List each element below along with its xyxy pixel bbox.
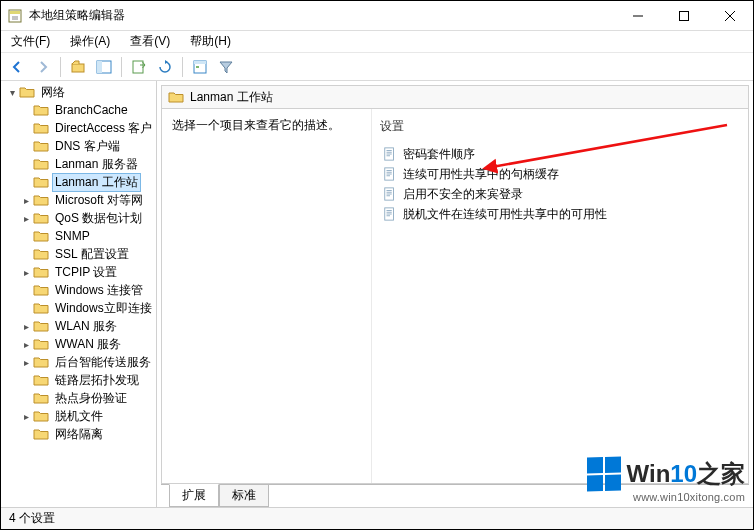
description-column: 选择一个项目来查看它的描述。 xyxy=(162,109,372,483)
folder-icon xyxy=(33,138,49,154)
tree-item[interactable]: ▸链路层拓扑发现 xyxy=(17,371,156,389)
svg-rect-9 xyxy=(196,66,199,68)
menu-view[interactable]: 查看(V) xyxy=(120,31,180,52)
setting-item[interactable]: 启用不安全的来宾登录 xyxy=(380,184,740,204)
collapse-icon[interactable]: ▾ xyxy=(5,85,19,99)
tree-item-label: Lanman 服务器 xyxy=(52,155,141,174)
tree-pane[interactable]: ▾ 网络 ▸BranchCache▸DirectAccess 客户▸DNS 客户… xyxy=(1,81,157,507)
description-text: 选择一个项目来查看它的描述。 xyxy=(172,118,340,132)
tree-item[interactable]: ▸WWAN 服务 xyxy=(17,335,156,353)
close-button[interactable] xyxy=(707,1,753,31)
properties-button[interactable] xyxy=(188,55,212,79)
expand-icon[interactable]: ▸ xyxy=(19,211,33,225)
tree-item[interactable]: ▸Microsoft 对等网 xyxy=(17,191,156,209)
tree-item[interactable]: ▸WLAN 服务 xyxy=(17,317,156,335)
nav-back-button[interactable] xyxy=(5,55,29,79)
tree-item[interactable]: ▸脱机文件 xyxy=(17,407,156,425)
menu-action[interactable]: 操作(A) xyxy=(60,31,120,52)
tree-item-label: SSL 配置设置 xyxy=(52,245,132,264)
setting-label: 连续可用性共享中的句柄缓存 xyxy=(403,166,559,183)
tree-item-label: 链路层拓扑发现 xyxy=(52,371,142,390)
tree-item[interactable]: ▸SSL 配置设置 xyxy=(17,245,156,263)
svg-rect-6 xyxy=(133,61,143,73)
tree-item-label: QoS 数据包计划 xyxy=(52,209,145,228)
expand-icon[interactable]: ▸ xyxy=(19,355,33,369)
tree-item-label: 脱机文件 xyxy=(52,407,106,426)
tree-root-network[interactable]: ▾ 网络 xyxy=(3,83,156,101)
expand-icon[interactable]: ▸ xyxy=(19,193,33,207)
tree-item[interactable]: ▸QoS 数据包计划 xyxy=(17,209,156,227)
setting-item[interactable]: 连续可用性共享中的句柄缓存 xyxy=(380,164,740,184)
toolbar-separator xyxy=(121,57,122,77)
toolbar xyxy=(1,53,753,81)
window-title: 本地组策略编辑器 xyxy=(29,7,125,24)
path-header: Lanman 工作站 xyxy=(161,85,749,109)
folder-icon xyxy=(33,426,49,442)
expand-icon[interactable]: ▸ xyxy=(19,265,33,279)
folder-icon xyxy=(33,192,49,208)
folder-icon xyxy=(33,408,49,424)
settings-column: 设置 密码套件顺序连续可用性共享中的句柄缓存启用不安全的来宾登录脱机文件在连续可… xyxy=(372,109,748,483)
tree-item-label: DNS 客户端 xyxy=(52,137,123,156)
expand-icon[interactable]: ▸ xyxy=(19,409,33,423)
tree-item-label: WLAN 服务 xyxy=(52,317,120,336)
menu-help[interactable]: 帮助(H) xyxy=(180,31,241,52)
tree-item[interactable]: ▸BranchCache xyxy=(17,101,156,119)
policy-icon xyxy=(382,166,398,182)
show-hide-tree-button[interactable] xyxy=(92,55,116,79)
tab-standard[interactable]: 标准 xyxy=(219,485,269,507)
content-tabs: 扩展 标准 xyxy=(157,485,753,507)
folder-icon xyxy=(19,84,35,100)
minimize-button[interactable] xyxy=(615,1,661,31)
setting-label: 脱机文件在连续可用性共享中的可用性 xyxy=(403,206,607,223)
folder-icon xyxy=(33,174,49,190)
tree-item[interactable]: ▸TCPIP 设置 xyxy=(17,263,156,281)
menu-file[interactable]: 文件(F) xyxy=(1,31,60,52)
svg-rect-3 xyxy=(72,64,84,72)
refresh-button[interactable] xyxy=(153,55,177,79)
tree-item[interactable]: ▸网络隔离 xyxy=(17,425,156,443)
folder-icon xyxy=(168,89,184,105)
tree-item[interactable]: ▸Windows立即连接 xyxy=(17,299,156,317)
folder-icon xyxy=(33,372,49,388)
tree-item[interactable]: ▸Lanman 服务器 xyxy=(17,155,156,173)
folder-icon xyxy=(33,228,49,244)
export-button[interactable] xyxy=(127,55,151,79)
svg-rect-1 xyxy=(10,11,20,14)
setting-label: 启用不安全的来宾登录 xyxy=(403,186,523,203)
tree-item-label: TCPIP 设置 xyxy=(52,263,120,282)
tree-item[interactable]: ▸DirectAccess 客户 xyxy=(17,119,156,137)
nav-forward-button[interactable] xyxy=(31,55,55,79)
setting-item[interactable]: 脱机文件在连续可用性共享中的可用性 xyxy=(380,204,740,224)
folder-icon xyxy=(33,300,49,316)
toolbar-separator xyxy=(60,57,61,77)
svg-rect-2 xyxy=(680,11,689,20)
expand-icon[interactable]: ▸ xyxy=(19,337,33,351)
tree-item[interactable]: ▸SNMP xyxy=(17,227,156,245)
tree-item-label: Lanman 工作站 xyxy=(52,173,141,192)
column-header-setting[interactable]: 设置 xyxy=(380,115,740,138)
tree-item[interactable]: ▸后台智能传送服务 xyxy=(17,353,156,371)
tree-item[interactable]: ▸Lanman 工作站 xyxy=(17,173,156,191)
statusbar: 4 个设置 xyxy=(1,507,753,529)
svg-rect-5 xyxy=(97,61,102,73)
filter-button[interactable] xyxy=(214,55,238,79)
expand-icon[interactable]: ▸ xyxy=(19,319,33,333)
tree-item-label: BranchCache xyxy=(52,102,131,118)
tab-extended[interactable]: 扩展 xyxy=(169,484,219,507)
status-text: 4 个设置 xyxy=(9,510,55,527)
tree-item[interactable]: ▸Windows 连接管 xyxy=(17,281,156,299)
titlebar: 本地组策略编辑器 xyxy=(1,1,753,31)
tree-item[interactable]: ▸热点身份验证 xyxy=(17,389,156,407)
up-button[interactable] xyxy=(66,55,90,79)
maximize-button[interactable] xyxy=(661,1,707,31)
toolbar-separator xyxy=(182,57,183,77)
svg-rect-8 xyxy=(194,61,206,64)
setting-item[interactable]: 密码套件顺序 xyxy=(380,144,740,164)
folder-icon xyxy=(33,354,49,370)
tree-item-label: Microsoft 对等网 xyxy=(52,191,146,210)
tree-item-label: SNMP xyxy=(52,228,93,244)
main-area: ▾ 网络 ▸BranchCache▸DirectAccess 客户▸DNS 客户… xyxy=(1,81,753,507)
content-pane: Lanman 工作站 选择一个项目来查看它的描述。 设置 密码套件顺序连续可用性… xyxy=(157,81,753,507)
tree-item[interactable]: ▸DNS 客户端 xyxy=(17,137,156,155)
